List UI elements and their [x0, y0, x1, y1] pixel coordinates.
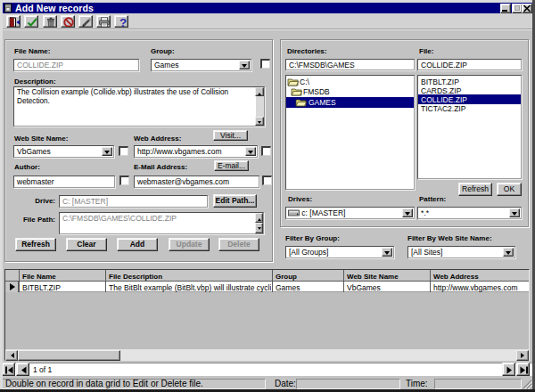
svg-text:?: ?	[119, 17, 127, 28]
